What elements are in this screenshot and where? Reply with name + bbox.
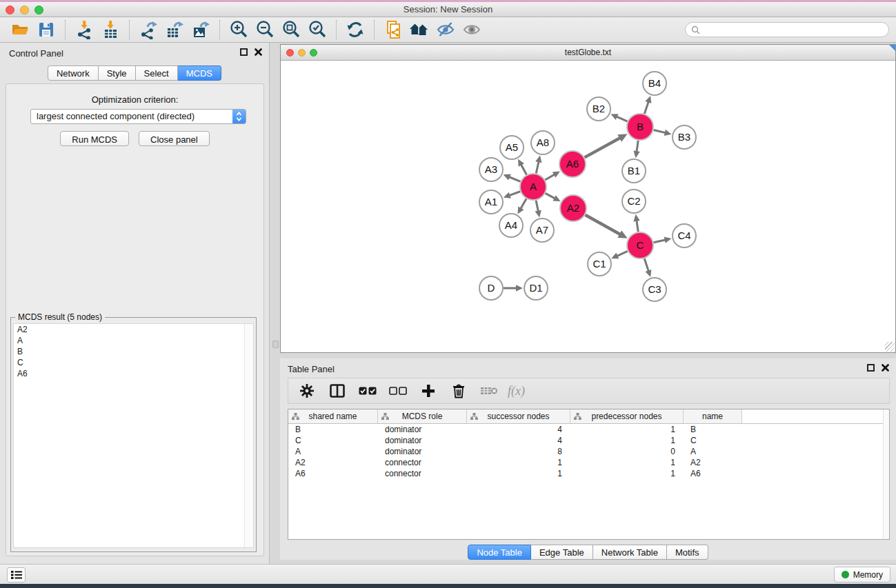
graph-node-C[interactable]: C — [627, 232, 653, 258]
graph-edge-A-A5[interactable] — [521, 164, 527, 175]
column-header-successor-nodes[interactable]: successor nodes — [467, 409, 570, 423]
import-table-icon[interactable] — [97, 19, 123, 41]
close-panel-push-button[interactable]: Close panel — [139, 131, 210, 146]
add-column-icon[interactable] — [417, 381, 440, 401]
network-window-titlebar[interactable]: testGlobe.txt — [281, 45, 895, 61]
result-list-scrollbar[interactable] — [244, 324, 253, 547]
table-row[interactable]: Adominator80A — [288, 446, 889, 457]
close-panel-button[interactable] — [255, 48, 262, 56]
graph-edge-B-B2[interactable] — [616, 116, 628, 121]
graph-node-B3[interactable]: B3 — [673, 125, 696, 149]
deselect-all-icon[interactable] — [386, 381, 410, 401]
task-history-button[interactable] — [7, 567, 26, 582]
graph-node-A3[interactable]: A3 — [479, 158, 503, 181]
home-icon[interactable] — [406, 19, 432, 41]
graph-node-A5[interactable]: A5 — [500, 136, 524, 159]
graph-edge-A-A1[interactable] — [508, 192, 520, 196]
graph-edge-A-A2[interactable] — [546, 193, 556, 199]
column-header-mcds-role[interactable]: MCDS role — [378, 409, 467, 423]
tab-select[interactable]: Select — [136, 65, 178, 81]
column-header-predecessor-nodes[interactable]: predecessor nodes — [570, 409, 684, 423]
tab-style[interactable]: Style — [99, 65, 136, 81]
tab-node-table[interactable]: Node Table — [468, 545, 531, 560]
graph-node-A8[interactable]: A8 — [531, 131, 555, 154]
open-session-icon[interactable] — [7, 19, 33, 41]
export-image-icon[interactable] — [188, 19, 214, 41]
refresh-icon[interactable] — [342, 19, 368, 41]
zoom-selected-icon[interactable] — [304, 19, 330, 41]
delete-table-icon[interactable] — [477, 381, 501, 401]
graph-edge-A-A4[interactable] — [520, 199, 526, 209]
graph-node-C1[interactable]: C1 — [588, 252, 611, 276]
export-network-icon[interactable] — [135, 19, 161, 41]
mcds-result-item[interactable]: A — [14, 335, 253, 346]
mcds-result-item[interactable]: C — [14, 357, 253, 368]
graph-edge-C-C3[interactable] — [644, 258, 648, 272]
function-builder-button[interactable]: f(x) — [508, 381, 525, 401]
tab-edge-table[interactable]: Edge Table — [531, 545, 593, 560]
graph-node-B2[interactable]: B2 — [587, 97, 610, 121]
graph-edge-B-B1[interactable] — [637, 141, 638, 152]
table-row[interactable]: Bdominator41B — [288, 424, 889, 435]
graph-node-A[interactable]: A — [520, 174, 546, 200]
zoom-in-icon[interactable] — [226, 19, 252, 41]
mcds-result-item[interactable]: A6 — [14, 368, 253, 379]
table-row[interactable]: A2connector11A2 — [288, 457, 889, 468]
graph-node-C4[interactable]: C4 — [673, 224, 696, 247]
graph-node-A6[interactable]: A6 — [559, 151, 586, 177]
save-session-icon[interactable] — [33, 19, 59, 41]
tab-network-table[interactable]: Network Table — [593, 545, 667, 560]
float-panel-button[interactable] — [240, 48, 248, 56]
graph-edge-C-C4[interactable] — [654, 240, 666, 243]
tab-motifs[interactable]: Motifs — [667, 545, 708, 560]
graph-node-A1[interactable]: A1 — [479, 190, 503, 214]
graph-node-B[interactable]: B — [627, 114, 653, 140]
float-panel-button[interactable] — [867, 364, 875, 372]
graph-node-D[interactable]: D — [479, 276, 503, 300]
criterion-select[interactable]: largest connected component (directed) — [30, 109, 246, 124]
table-row[interactable]: A6connector11A6 — [288, 468, 889, 479]
run-mcds-button[interactable]: Run MCDS — [60, 131, 129, 146]
graph-edge-C-C1[interactable] — [617, 251, 628, 256]
mcds-result-item[interactable]: B — [14, 346, 253, 357]
delete-column-trash-icon[interactable] — [447, 381, 470, 401]
graph-node-B1[interactable]: B1 — [622, 159, 646, 183]
settings-gear-icon[interactable] — [295, 381, 319, 401]
column-header-name[interactable]: name — [684, 409, 742, 423]
splitter-handle-vertical[interactable] — [272, 341, 279, 348]
graph-edge-A6-B[interactable] — [585, 137, 621, 157]
graph-edge-B-B4[interactable] — [644, 101, 648, 114]
export-table-icon[interactable] — [161, 19, 188, 41]
graph-node-D1[interactable]: D1 — [524, 276, 548, 300]
table-row[interactable]: Cdominator41C — [288, 435, 889, 446]
network-canvas[interactable]: AA1A2A3A4A5A6A7A8BB1B2B3B4CC1C2C3C4DD1 — [281, 61, 895, 352]
graph-node-A2[interactable]: A2 — [560, 195, 586, 221]
hide-details-icon[interactable] — [432, 19, 459, 41]
graph-edge-A-A7[interactable] — [536, 201, 539, 212]
zoom-out-icon[interactable] — [252, 19, 278, 41]
show-details-icon[interactable] — [459, 19, 485, 41]
close-panel-button[interactable] — [882, 364, 889, 372]
table-scrollbar[interactable] — [883, 409, 889, 539]
zoom-fit-icon[interactable] — [278, 19, 304, 41]
column-header-shared-name[interactable]: shared name — [288, 409, 378, 423]
search-input[interactable] — [704, 25, 876, 34]
graph-edge-A-A3[interactable] — [508, 176, 521, 181]
tab-network[interactable]: Network — [48, 65, 99, 81]
network-from-file-icon[interactable] — [380, 19, 406, 41]
select-all-icon[interactable] — [356, 381, 379, 401]
graph-edge-A2-C[interactable] — [585, 215, 621, 235]
graph-edge-A-A8[interactable] — [536, 161, 539, 173]
column-view-icon[interactable] — [326, 381, 349, 401]
graph-edge-A-A6[interactable] — [545, 174, 555, 180]
mcds-result-item[interactable]: A2 — [14, 324, 253, 335]
search-field[interactable] — [685, 22, 889, 37]
graph-edge-C-C2[interactable] — [637, 220, 638, 232]
graph-node-C3[interactable]: C3 — [643, 278, 666, 301]
graph-edge-B-B3[interactable] — [653, 130, 666, 133]
resize-grip-icon[interactable] — [885, 342, 895, 352]
tab-mcds[interactable]: MCDS — [178, 65, 221, 81]
graph-node-B4[interactable]: B4 — [643, 72, 666, 95]
memory-button[interactable]: Memory — [834, 567, 890, 582]
graph-node-C2[interactable]: C2 — [622, 190, 646, 213]
